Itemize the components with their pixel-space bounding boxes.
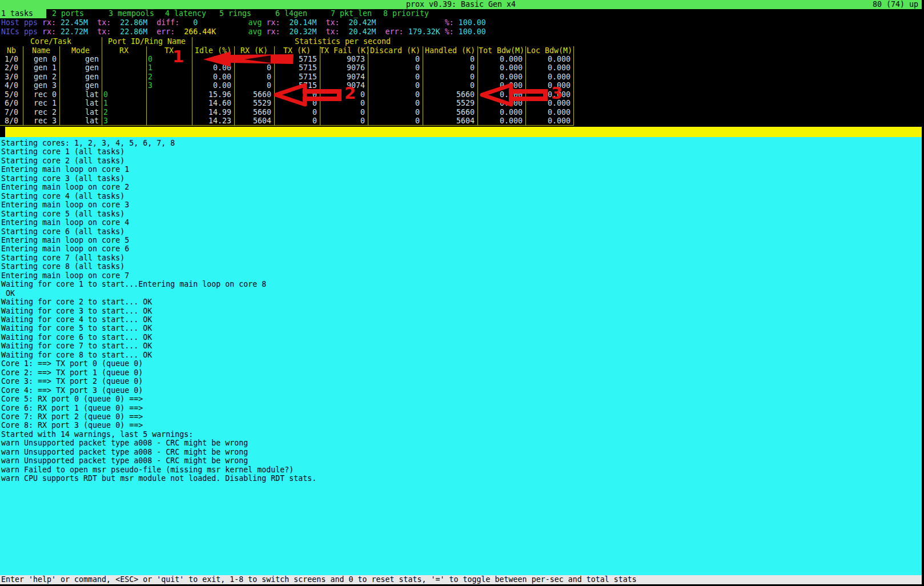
throughput-stats: Host pps rx: 22.45M tx: 22.86M diff: 0 a… bbox=[0, 18, 922, 37]
cell-tx_fail_k: 0 bbox=[320, 117, 368, 125]
column-header-rx-k: RX (K) bbox=[234, 46, 274, 55]
stats-segment: rx: bbox=[42, 18, 61, 27]
stats-segment: 20.14M bbox=[289, 18, 316, 27]
stats-segment: 266.44K bbox=[184, 27, 216, 36]
cell-discard_k: 0 bbox=[368, 81, 423, 90]
tab-2-ports[interactable]: 2 ports bbox=[52, 9, 84, 18]
tab-8-priority[interactable]: 8 priority bbox=[383, 9, 429, 18]
log-line: Waiting for core 7 to start... OK bbox=[1, 342, 152, 351]
log-line: Starting core 2 (all tasks) bbox=[1, 156, 124, 166]
table-row: 7/0rec 2lat214.99566000056600.0000.000 bbox=[0, 108, 575, 117]
stats-segment: %: bbox=[445, 18, 459, 27]
tab-3-mempools[interactable]: 3 mempools bbox=[109, 9, 154, 18]
tab-7-pkt_len[interactable]: 7 pkt_len bbox=[331, 9, 372, 18]
cell-tot_bdw: 0.000 bbox=[477, 73, 525, 81]
cell-handled_k: 5529 bbox=[423, 99, 477, 107]
cell-tx_fail_k: 9074 bbox=[320, 81, 368, 90]
cell-mode: gen bbox=[59, 63, 102, 72]
column-header-rx: RX bbox=[102, 46, 146, 55]
stats-segment: NICs pps bbox=[1, 27, 42, 36]
cell-idle: 14.99 bbox=[192, 108, 234, 117]
uptime-indicator: 80 (74) up bbox=[873, 0, 918, 9]
column-header-idle: Idle (%) bbox=[192, 46, 234, 55]
log-line: Starting cores: 1, 2, 3, 4, 5, 6, 7, 8 bbox=[1, 139, 175, 148]
column-header-name: Name bbox=[23, 46, 59, 55]
cell-tx_fail_k: 9074 bbox=[320, 73, 368, 81]
cell-nb: 6/0 bbox=[0, 99, 23, 107]
cell-tot_bdw: 0.000 bbox=[477, 90, 525, 99]
app-title: prox v0.39: Basic Gen x4 bbox=[0, 0, 922, 9]
log-line: Core 3: ==> TX port 2 (queue 0) bbox=[1, 377, 143, 386]
cell-tx bbox=[146, 90, 192, 99]
cell-name: rec 2 bbox=[23, 108, 59, 117]
stats-segment: 22.86M bbox=[120, 18, 147, 27]
cell-name: rec 3 bbox=[23, 117, 59, 125]
log-line: warn Unsupported packet type a008 - CRC … bbox=[1, 439, 248, 448]
cell-loc_bdw: 0.000 bbox=[525, 99, 573, 107]
log-line: Starting core 6 (all tasks) bbox=[1, 227, 124, 236]
cell-mode: lat bbox=[59, 99, 102, 107]
stats-segment: avg bbox=[248, 27, 266, 36]
cell-rx_k: 0 bbox=[234, 81, 274, 90]
column-header-discard-k: Discard (K) bbox=[368, 46, 423, 55]
column-header-tx-fail-k: TX Fail (K) bbox=[320, 46, 368, 55]
cell-nb: 7/0 bbox=[0, 108, 23, 117]
cell-handled_k: 0 bbox=[423, 55, 477, 63]
log-line: Waiting for core 8 to start... OK bbox=[1, 351, 152, 360]
log-line: Waiting for core 1 to start...Entering m… bbox=[1, 280, 266, 289]
cell-rx_k: 5660 bbox=[234, 108, 274, 117]
cell-handled_k: 0 bbox=[423, 73, 477, 81]
stats-segment: Host pps bbox=[1, 18, 42, 27]
cell-discard_k: 0 bbox=[368, 108, 423, 117]
cell-idle: 14.60 bbox=[192, 99, 234, 107]
cell-tx_k: 0 bbox=[274, 117, 320, 125]
table-bottom-border bbox=[0, 125, 574, 126]
tab-1-tasks[interactable]: 1 tasks bbox=[0, 9, 46, 18]
cell-mode: gen bbox=[59, 81, 102, 90]
cell-loc_bdw: 0.000 bbox=[525, 55, 573, 63]
column-header-mode: Mode bbox=[59, 46, 102, 55]
cell-name: rec 0 bbox=[23, 90, 59, 99]
cell-rx: 1 bbox=[102, 99, 146, 107]
stats-segment: 100.00 bbox=[459, 18, 486, 27]
cell-nb: 1/0 bbox=[0, 55, 23, 63]
cell-rx bbox=[102, 81, 146, 90]
log-line: Starting core 4 (all tasks) bbox=[1, 192, 124, 201]
table-row: 3/0gen 2gen20.00057159074000.0000.000 bbox=[0, 73, 575, 81]
log-line: Waiting for core 3 to start... OK bbox=[1, 307, 152, 316]
cell-tx: 3 bbox=[146, 81, 192, 90]
cell-rx_k: 0 bbox=[234, 73, 274, 81]
cell-tot_bdw: 0.000 bbox=[477, 117, 525, 125]
tab-4-latency[interactable]: 4 latency bbox=[165, 9, 206, 18]
cell-tot_bdw: 0.000 bbox=[477, 108, 525, 117]
tab-5-rings[interactable]: 5 rings bbox=[219, 9, 251, 18]
log-line: Starting core 3 (all tasks) bbox=[1, 174, 124, 183]
stats-segment: rx: bbox=[42, 27, 61, 36]
title-bar: prox v0.39: Basic Gen x4 80 (74) up bbox=[0, 0, 922, 9]
stats-segment: 0 bbox=[179, 18, 198, 27]
table-group-header: Port ID/Ring Name bbox=[102, 37, 192, 46]
cell-name: gen 3 bbox=[23, 81, 59, 90]
stats-segment bbox=[440, 27, 445, 36]
cell-tot_bdw: 0.000 bbox=[477, 99, 525, 107]
cell-handled_k: 0 bbox=[423, 63, 477, 72]
log-line: Core 5: RX port 0 (queue 0) ==> bbox=[1, 395, 143, 404]
stats-segment: 20.32M bbox=[289, 27, 316, 36]
table-row: 4/0gen 3gen30.00057159074000.0000.000 bbox=[0, 81, 575, 90]
stats-segment: 22.86M bbox=[120, 27, 147, 36]
cell-tx: 0 bbox=[146, 55, 192, 63]
cell-tx_k: 5715 bbox=[274, 55, 320, 63]
log-line: Entering main loop on core 4 bbox=[1, 218, 129, 227]
table-row: 6/0rec 1lat114.60552900055290.0000.000 bbox=[0, 99, 575, 107]
cell-rx: 0 bbox=[102, 90, 146, 99]
table-row: 2/0gen 1gen10.00057159076000.0000.000 bbox=[0, 63, 575, 72]
log-line: Entering main loop on core 7 bbox=[1, 271, 129, 280]
log-line: Core 6: RX port 1 (queue 0) ==> bbox=[1, 404, 143, 413]
stats-segment bbox=[216, 27, 248, 36]
per-core-stats-table: Core/TaskPort ID/Ring NameStatistics per… bbox=[0, 37, 924, 126]
stats-segment: 22.72M bbox=[61, 27, 88, 36]
cell-rx: 2 bbox=[102, 108, 146, 117]
log-line: Waiting for core 2 to start... OK bbox=[1, 298, 152, 307]
tab-6-l4gen[interactable]: 6 l4gen bbox=[275, 9, 307, 18]
tab-bar: 1 tasks2 ports3 mempools4 latency5 rings… bbox=[0, 9, 922, 18]
